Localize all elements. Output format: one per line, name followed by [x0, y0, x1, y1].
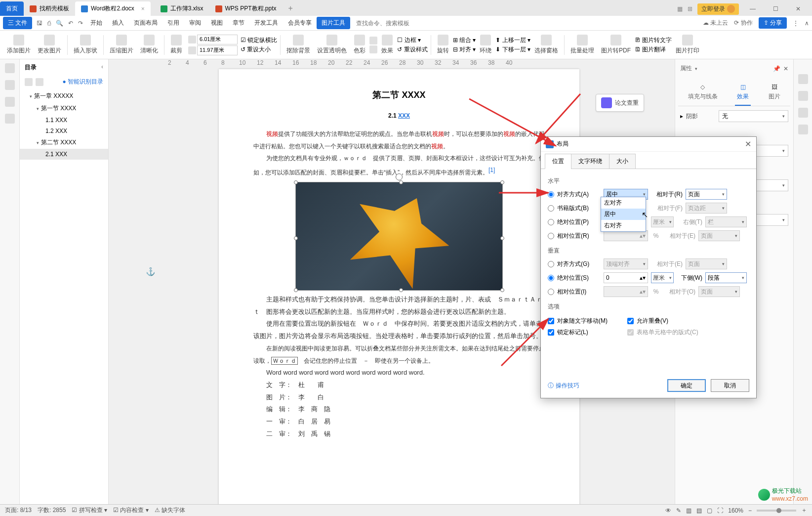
text-rail-icon[interactable] — [798, 125, 808, 134]
ribbon-compress[interactable]: 压缩图片 — [107, 34, 136, 56]
new-tab-button[interactable]: + — [283, 1, 299, 16]
vabs-s-unit[interactable]: 厘米▾ — [651, 272, 674, 283]
move-down-btn[interactable]: ⬇ 下移一层 ▾ — [495, 45, 530, 54]
redo-icon[interactable]: ↷ — [76, 20, 85, 27]
undo-icon[interactable]: ↶ — [66, 20, 76, 27]
ribbon-color[interactable]: 色彩 — [351, 34, 368, 56]
style2-icon[interactable] — [369, 45, 377, 53]
status-words[interactable]: 字数: 2855 — [38, 506, 66, 515]
outline-close-icon[interactable]: ‹ — [101, 63, 103, 72]
ribbon-effect[interactable]: 效果 — [378, 34, 396, 56]
combine-btn[interactable]: ⊞ 组合 ▾ — [453, 36, 476, 44]
ribbon-selpane[interactable]: 选择窗格 — [531, 34, 561, 56]
ribbon-rm-bg[interactable]: 抠除背景 — [284, 34, 313, 56]
tree-item[interactable]: 1.1 XXX — [20, 115, 108, 126]
height-input[interactable]: 11.97厘米 — [197, 45, 238, 55]
tab-ppt-doc[interactable]: WPS PPT教程.pptx — [209, 1, 283, 16]
selected-image[interactable] — [295, 182, 503, 291]
doc-outline-icon[interactable] — [25, 78, 33, 86]
view-outline-icon[interactable]: ▢ — [707, 507, 712, 514]
list-outline-icon[interactable] — [36, 78, 43, 86]
tree-item[interactable]: 1.2 XXX — [20, 126, 108, 136]
width-input[interactable]: 6.01厘米 — [197, 35, 238, 44]
search-rail-icon[interactable] — [5, 114, 15, 124]
view-mark-icon[interactable]: ✎ — [676, 507, 681, 514]
tree-item[interactable]: ▾第二节 XXXX — [20, 136, 108, 149]
menu-layout[interactable]: 页面布局 — [129, 17, 162, 29]
menu-ref[interactable]: 引用 — [162, 17, 184, 29]
tree-item[interactable]: ▾第一节 XXXX — [20, 102, 108, 115]
ribbon-insert-shape[interactable]: 插入形状 — [71, 34, 100, 56]
dialog-close-icon[interactable]: ✕ — [745, 139, 751, 149]
tab-template[interactable]: 找稻壳模板 — [24, 1, 75, 16]
reset-style-btn[interactable]: ↺ 重设样式 — [397, 45, 427, 54]
to-text-btn[interactable]: 🖹 图片转文字 — [635, 36, 672, 44]
tree-item-selected[interactable]: 2.1 XXX — [20, 149, 108, 160]
menu-review[interactable]: 审阅 — [184, 17, 206, 29]
preview-icon[interactable]: 🔍 — [53, 20, 66, 27]
tab-home[interactable]: 首页 — [0, 1, 24, 16]
collapse-ribbon-icon[interactable]: ∧ — [805, 20, 809, 27]
ribbon-rotate[interactable]: 旋转 — [434, 34, 452, 56]
radio-valign-g[interactable] — [548, 261, 554, 267]
ok-button[interactable]: 确定 — [667, 379, 706, 392]
zoom-slider[interactable] — [757, 510, 796, 512]
dropdown-option[interactable]: 右对齐 — [601, 220, 646, 231]
vabs-s-relative-select[interactable]: 段落▾ — [705, 272, 747, 283]
resize-handle[interactable] — [294, 180, 298, 184]
share-button[interactable]: ⇪ 分享 — [759, 17, 787, 29]
zoom-in-btn[interactable]: ＋ — [801, 506, 807, 515]
apps-icon[interactable]: ⊞ — [688, 5, 692, 12]
cancel-button[interactable]: 取消 — [711, 379, 749, 392]
operation-tips[interactable]: ⓘ操作技巧 — [548, 382, 579, 390]
login-button[interactable]: 立即登录 — [697, 3, 739, 15]
dropdown-option[interactable]: 左对齐 — [601, 197, 646, 209]
more-icon[interactable]: ⋮ — [793, 20, 799, 27]
tab-excel-doc[interactable]: 工作簿3.xlsx — [151, 1, 209, 16]
tree-item[interactable]: ▾第一章 XXXXX — [20, 90, 108, 102]
print-icon[interactable]: ⎙ — [45, 20, 53, 27]
file-menu[interactable]: 三 文件 — [3, 17, 32, 29]
zoom-out-btn[interactable]: − — [748, 507, 752, 514]
align-btn[interactable]: ⊟ 对齐 ▾ — [453, 45, 476, 54]
props-tab-fill[interactable]: ◇填充与线条 — [686, 80, 720, 106]
menu-insert[interactable]: 插入 — [107, 17, 129, 29]
view-web-icon[interactable]: ▤ — [696, 507, 702, 514]
ribbon-crop[interactable]: 裁剪 — [167, 34, 185, 56]
reset-size[interactable]: ↺ 重设大小 — [241, 45, 277, 54]
status-font[interactable]: ⚠ 缺失字体 — [155, 506, 185, 515]
ribbon-edit-pic[interactable]: 更改图片 — [35, 34, 64, 56]
maximize-button[interactable]: ☐ — [767, 2, 784, 16]
resize-handle[interactable] — [399, 288, 403, 292]
status-content[interactable]: ☑ 内容检查 ▾ — [113, 506, 149, 515]
view-page-icon[interactable]: ▥ — [686, 507, 691, 514]
lock-ratio-check[interactable]: ☑ 锁定纵横比 — [241, 36, 277, 44]
border-btn[interactable]: ☐ 边框 ▾ — [397, 36, 427, 44]
ribbon-img-print[interactable]: 图片打印 — [673, 34, 702, 56]
resize-handle[interactable] — [294, 288, 298, 292]
ribbon-add-pic[interactable]: 添加图片 — [4, 34, 34, 56]
img-trans-btn[interactable]: 🖻 图片翻译 — [635, 45, 672, 54]
status-page[interactable]: 页面: 8/13 — [5, 506, 32, 515]
arrow-rail-icon[interactable] — [798, 74, 808, 84]
radio-vabs-s[interactable] — [548, 275, 554, 281]
radio-book-b[interactable] — [548, 205, 554, 212]
cloud-status[interactable]: ☁ 未上云 — [703, 19, 728, 27]
menu-picture-tools[interactable]: 图片工具 — [317, 17, 350, 29]
move-up-btn[interactable]: ⬆ 上移一层 ▾ — [495, 36, 530, 44]
zoom-level[interactable]: 160% — [728, 507, 743, 514]
search-input[interactable] — [354, 18, 433, 29]
radio-vrel-i[interactable] — [548, 289, 554, 295]
props-tab-image[interactable]: 🖼图片 — [767, 80, 782, 106]
dialog-tab-size[interactable]: 大小 — [609, 154, 636, 169]
resize-handle[interactable] — [500, 288, 504, 292]
align-a-relative-select[interactable]: 页面▾ — [686, 189, 727, 200]
rotate-handle[interactable] — [396, 173, 403, 180]
menu-vip[interactable]: 会员专享 — [283, 17, 317, 29]
shape-rail-icon[interactable] — [798, 108, 808, 118]
menu-section[interactable]: 章节 — [228, 17, 249, 29]
grid-icon[interactable]: ▦ — [677, 5, 683, 12]
outline-rail-icon[interactable] — [5, 63, 15, 73]
coop-button[interactable]: ⟳ 协作 — [734, 19, 752, 27]
chk-allow-overlap[interactable] — [627, 318, 634, 324]
